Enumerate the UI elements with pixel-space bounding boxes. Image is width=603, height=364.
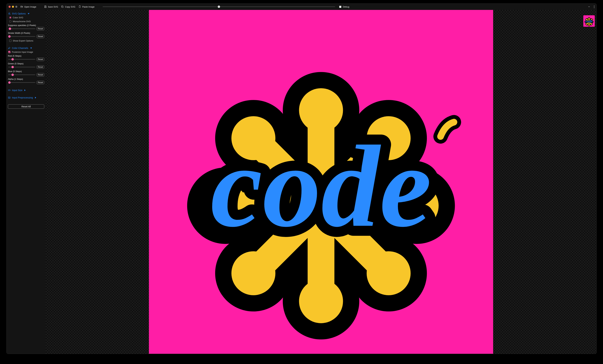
show-expert-options-label: Show Expert Options bbox=[13, 40, 33, 42]
stroke-width-reset[interactable]: Reset bbox=[37, 35, 44, 38]
zoom-slider[interactable] bbox=[103, 5, 335, 8]
section-input-preprocessing[interactable]: Input Preprocessing bbox=[7, 96, 45, 99]
more-menu-button[interactable] bbox=[594, 6, 594, 8]
red-label: Red (5 Steps) bbox=[8, 55, 44, 57]
folder-icon bbox=[20, 5, 23, 8]
save-svg-button[interactable]: Save SVG bbox=[44, 5, 58, 8]
svg-point-70 bbox=[591, 23, 592, 25]
canvas-area[interactable]: codecode codecode bbox=[46, 10, 596, 354]
alpha-slider[interactable] bbox=[8, 81, 35, 84]
svg-point-3 bbox=[9, 13, 9, 14]
fullscreen-window-button[interactable] bbox=[15, 6, 17, 8]
output-preview: codecode bbox=[149, 10, 493, 354]
paste-image-label: Paste Image bbox=[82, 6, 94, 8]
blue-slider[interactable] bbox=[8, 73, 35, 76]
section-input-size[interactable]: Input Size bbox=[7, 88, 45, 92]
control-alpha: Alpha (1 Steps) Reset bbox=[7, 77, 45, 85]
stroke-width-label: Stroke Width (0 Pixels) bbox=[8, 32, 44, 34]
reset-all-button[interactable]: Reset All bbox=[8, 104, 44, 109]
image-icon bbox=[8, 96, 11, 99]
radio-monochrome-svg-label: Monochrome SVG bbox=[13, 20, 31, 23]
green-label: Green (5 Steps) bbox=[8, 62, 44, 65]
blue-label: Blue (5 Steps) bbox=[8, 70, 44, 73]
radio-monochrome-svg[interactable]: Monochrome SVG bbox=[7, 20, 45, 23]
suppress-speckles-reset[interactable]: Reset bbox=[37, 27, 44, 30]
checkbox-icon bbox=[9, 40, 12, 42]
control-red: Red (5 Steps) Reset bbox=[7, 54, 45, 61]
svg-text:code: code bbox=[585, 19, 593, 23]
svg-point-35 bbox=[299, 279, 343, 323]
input-thumbnail[interactable]: codecode bbox=[583, 15, 595, 27]
open-image-button[interactable]: Open Image bbox=[20, 5, 36, 8]
save-svg-label: Save SVG bbox=[48, 6, 58, 8]
red-slider[interactable] bbox=[8, 58, 35, 61]
svg-point-4 bbox=[10, 14, 10, 15]
app-body: SVG Options Color SVG Monochrome SVG Sup… bbox=[7, 10, 596, 354]
green-reset[interactable]: Reset bbox=[37, 65, 44, 69]
copy-icon bbox=[61, 5, 64, 8]
copy-svg-button[interactable]: Copy SVG bbox=[61, 5, 75, 8]
control-blue: Blue (5 Steps) Reset bbox=[7, 70, 45, 77]
svg-point-7 bbox=[9, 97, 9, 98]
close-window-button[interactable] bbox=[9, 6, 11, 8]
debug-label: Debug bbox=[343, 6, 349, 8]
radio-color-svg-label: Color SVG bbox=[13, 16, 23, 19]
section-color-channels-title: Color Channels bbox=[12, 47, 28, 49]
chevron-right-icon bbox=[24, 89, 25, 91]
input-thumbnail-image: codecode bbox=[583, 15, 595, 27]
sliders-icon bbox=[8, 12, 11, 15]
titlebar: Open Image Save SVG Copy SVG Paste Image… bbox=[7, 3, 596, 10]
window-controls bbox=[9, 6, 17, 8]
save-icon bbox=[44, 5, 47, 8]
svg-point-37 bbox=[231, 251, 275, 295]
blue-reset[interactable]: Reset bbox=[37, 73, 44, 77]
section-input-size-title: Input Size bbox=[12, 89, 22, 92]
paste-image-button[interactable]: Paste Image bbox=[78, 5, 94, 8]
suppress-speckles-slider[interactable] bbox=[8, 27, 35, 30]
copy-svg-label: Copy SVG bbox=[65, 6, 75, 8]
chevron-down-icon bbox=[28, 13, 29, 14]
alpha-label: Alpha (1 Steps) bbox=[8, 78, 44, 80]
minimize-window-button[interactable] bbox=[12, 6, 14, 8]
titlebar-right bbox=[588, 6, 594, 8]
chevron-down-icon bbox=[30, 48, 32, 49]
stroke-width-slider[interactable] bbox=[8, 35, 35, 38]
section-svg-options[interactable]: SVG Options bbox=[7, 11, 45, 15]
svg-text:code: code bbox=[210, 121, 431, 251]
paste-icon bbox=[78, 5, 81, 8]
sidebar: SVG Options Color SVG Monochrome SVG Sup… bbox=[7, 10, 46, 354]
posterize-label: Posterize Input Image bbox=[12, 51, 33, 53]
svg-rect-0 bbox=[62, 6, 63, 8]
canvas-inner: codecode bbox=[46, 10, 596, 354]
svg-point-74 bbox=[586, 23, 588, 25]
control-stroke-width: Stroke Width (0 Pixels) Reset bbox=[7, 32, 45, 38]
open-image-label: Open Image bbox=[24, 6, 36, 8]
svg-point-72 bbox=[588, 24, 590, 26]
section-color-channels[interactable]: Color Channels bbox=[7, 46, 45, 50]
svg-point-33 bbox=[367, 251, 411, 295]
svg-point-2 bbox=[9, 13, 10, 13]
radio-color-svg[interactable]: Color SVG bbox=[7, 16, 45, 19]
control-suppress-speckles: Suppress speckles (2 Pixels) Reset bbox=[7, 24, 45, 31]
alpha-reset[interactable]: Reset bbox=[37, 81, 44, 84]
posterize-toggle[interactable]: Posterize Input Image bbox=[7, 50, 45, 54]
control-green: Green (5 Steps) Reset bbox=[7, 62, 45, 69]
green-slider[interactable] bbox=[8, 66, 35, 68]
show-expert-options-toggle[interactable]: Show Expert Options bbox=[7, 39, 45, 42]
svg-rect-1 bbox=[79, 6, 81, 8]
chevron-right-icon bbox=[35, 97, 36, 99]
section-input-preprocessing-title: Input Preprocessing bbox=[12, 96, 33, 99]
collapse-panel-button[interactable] bbox=[588, 6, 590, 8]
checkbox-icon bbox=[8, 51, 11, 53]
section-svg-options-title: SVG Options bbox=[12, 12, 26, 15]
suppress-speckles-label: Suppress speckles (2 Pixels) bbox=[8, 24, 44, 27]
debug-checkbox[interactable] bbox=[339, 6, 341, 8]
radio-icon bbox=[9, 16, 12, 19]
brush-icon bbox=[8, 47, 11, 49]
radio-icon bbox=[9, 20, 12, 22]
red-reset[interactable]: Reset bbox=[37, 58, 44, 61]
ruler-icon bbox=[8, 89, 11, 92]
debug-toggle[interactable]: Debug bbox=[338, 5, 349, 8]
app-window: Open Image Save SVG Copy SVG Paste Image… bbox=[6, 3, 597, 354]
